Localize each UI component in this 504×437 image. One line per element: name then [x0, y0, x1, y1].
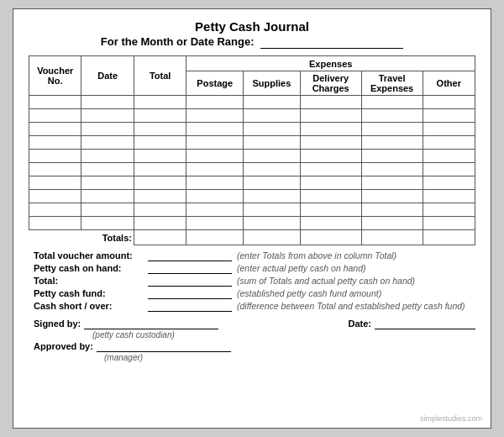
summary-label-1: Petty cash on hand: [34, 263, 143, 273]
totals-delivery[interactable] [300, 230, 361, 245]
table-cell[interactable] [423, 163, 475, 176]
table-cell[interactable] [244, 96, 301, 109]
table-cell[interactable] [361, 176, 423, 190]
table-cell[interactable] [361, 150, 423, 163]
table-cell[interactable] [186, 203, 244, 217]
table-cell[interactable] [29, 163, 81, 176]
table-cell[interactable] [361, 96, 423, 109]
approved-by-field[interactable] [97, 341, 231, 352]
summary-field-1[interactable] [148, 263, 232, 274]
table-cell[interactable] [134, 150, 186, 163]
table-cell[interactable] [81, 190, 134, 203]
table-cell[interactable] [361, 136, 423, 150]
table-cell[interactable] [186, 217, 244, 230]
table-cell[interactable] [423, 150, 475, 163]
table-cell[interactable] [300, 203, 361, 217]
date-field[interactable] [375, 319, 475, 329]
table-row [29, 96, 475, 109]
table-cell[interactable] [244, 163, 301, 176]
table-cell[interactable] [29, 176, 81, 190]
table-cell[interactable] [81, 123, 134, 136]
table-cell[interactable] [423, 190, 475, 203]
table-cell[interactable] [186, 163, 244, 176]
totals-postage[interactable] [186, 230, 244, 245]
table-cell[interactable] [423, 136, 475, 150]
summary-field-3[interactable] [148, 288, 232, 299]
table-cell[interactable] [29, 150, 81, 163]
table-cell[interactable] [134, 109, 186, 123]
table-cell[interactable] [186, 123, 244, 136]
summary-note-1: (enter actual petty cash on hand) [237, 263, 366, 273]
table-cell[interactable] [81, 96, 134, 109]
table-cell[interactable] [186, 136, 244, 150]
table-cell[interactable] [361, 217, 423, 230]
table-cell[interactable] [29, 96, 81, 109]
table-cell[interactable] [244, 109, 301, 123]
table-cell[interactable] [29, 123, 81, 136]
table-cell[interactable] [300, 150, 361, 163]
table-cell[interactable] [29, 203, 81, 217]
table-cell[interactable] [423, 217, 475, 230]
totals-total[interactable] [134, 230, 186, 245]
table-cell[interactable] [134, 217, 186, 230]
table-cell[interactable] [361, 163, 423, 176]
table-cell[interactable] [423, 96, 475, 109]
totals-supplies[interactable] [244, 230, 301, 245]
table-cell[interactable] [81, 136, 134, 150]
signed-by-field[interactable] [84, 319, 218, 329]
table-cell[interactable] [29, 109, 81, 123]
summary-field-2[interactable] [148, 276, 232, 287]
table-cell[interactable] [29, 136, 81, 150]
table-cell[interactable] [300, 123, 361, 136]
summary-field-0[interactable] [148, 250, 232, 261]
table-cell[interactable] [244, 150, 301, 163]
table-cell[interactable] [300, 109, 361, 123]
table-cell[interactable] [300, 136, 361, 150]
table-cell[interactable] [134, 123, 186, 136]
table-cell[interactable] [81, 176, 134, 190]
table-cell[interactable] [244, 176, 301, 190]
table-cell[interactable] [186, 150, 244, 163]
table-cell[interactable] [423, 176, 475, 190]
table-cell[interactable] [186, 96, 244, 109]
table-cell[interactable] [361, 203, 423, 217]
table-cell[interactable] [134, 136, 186, 150]
table-cell[interactable] [300, 96, 361, 109]
table-cell[interactable] [300, 176, 361, 190]
date-block: Date: [348, 319, 475, 329]
table-cell[interactable] [29, 217, 81, 230]
table-cell[interactable] [134, 190, 186, 203]
date-range-field[interactable] [260, 35, 403, 49]
table-cell[interactable] [186, 176, 244, 190]
table-cell[interactable] [81, 163, 134, 176]
table-cell[interactable] [423, 123, 475, 136]
table-cell[interactable] [361, 123, 423, 136]
table-cell[interactable] [300, 217, 361, 230]
table-cell[interactable] [186, 109, 244, 123]
table-cell[interactable] [423, 203, 475, 217]
table-cell[interactable] [423, 109, 475, 123]
table-cell[interactable] [81, 217, 134, 230]
table-cell[interactable] [134, 96, 186, 109]
table-cell[interactable] [81, 203, 134, 217]
table-cell[interactable] [29, 190, 81, 203]
table-cell[interactable] [244, 203, 301, 217]
table-cell[interactable] [81, 150, 134, 163]
summary-field-4[interactable] [148, 301, 232, 312]
table-cell[interactable] [244, 217, 301, 230]
table-cell[interactable] [81, 109, 134, 123]
table-cell[interactable] [186, 190, 244, 203]
table-cell[interactable] [244, 136, 301, 150]
table-cell[interactable] [134, 203, 186, 217]
table-cell[interactable] [244, 123, 301, 136]
table-cell[interactable] [361, 109, 423, 123]
table-cell[interactable] [361, 190, 423, 203]
approved-by-row: Approved by: (manager) [34, 341, 475, 362]
table-cell[interactable] [244, 190, 301, 203]
totals-other[interactable] [423, 230, 475, 245]
table-cell[interactable] [134, 176, 186, 190]
totals-travel[interactable] [361, 230, 423, 245]
table-cell[interactable] [300, 190, 361, 203]
table-cell[interactable] [134, 163, 186, 176]
table-cell[interactable] [300, 163, 361, 176]
